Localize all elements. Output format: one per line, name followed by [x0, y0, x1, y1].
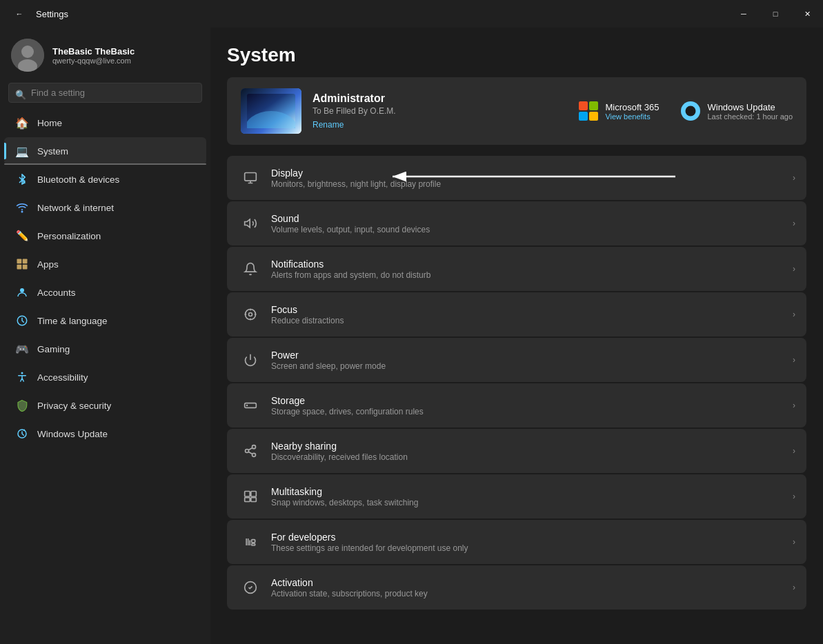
for-developers-icon	[238, 530, 263, 554]
system-image	[241, 88, 301, 134]
multitasking-text: Multitasking Snap windows, desktops, tas…	[271, 486, 787, 507]
ms365-sub[interactable]: View benefits	[605, 112, 659, 121]
user-info: TheBasic TheBasic qwerty-qqqw@live.com	[52, 46, 135, 65]
multitasking-title: Multitasking	[271, 486, 787, 497]
display-icon	[238, 165, 263, 190]
sidebar-item-accounts-label: Accounts	[37, 288, 76, 298]
settings-item-for-developers[interactable]: For developers These settings are intend…	[227, 520, 806, 564]
maximize-button[interactable]: □	[760, 0, 791, 28]
focus-text: Focus Reduce distractions	[271, 304, 787, 325]
system-name: Administrator	[313, 92, 396, 105]
svg-line-31	[248, 447, 252, 450]
svg-line-30	[248, 452, 252, 454]
user-name: TheBasic TheBasic	[52, 46, 135, 57]
sidebar-item-apps[interactable]: Apps	[4, 250, 206, 278]
titlebar: ← Settings ─ □ ✕	[0, 0, 823, 28]
settings-item-storage[interactable]: Storage Storage space, drives, configura…	[227, 383, 806, 427]
storage-title: Storage	[271, 395, 787, 406]
ms365-name: Microsoft 365	[605, 102, 659, 112]
back-button[interactable]: ←	[8, 0, 30, 28]
wu-name: Windows Update	[707, 102, 793, 112]
user-profile[interactable]: TheBasic TheBasic qwerty-qqqw@live.com	[0, 28, 210, 80]
page-title: System	[227, 44, 806, 66]
accessibility-icon	[15, 370, 29, 384]
titlebar-controls: ─ □ ✕	[728, 0, 823, 28]
sidebar-item-bluetooth[interactable]: Bluetooth & devices	[4, 165, 206, 193]
sidebar-item-privacy[interactable]: Privacy & security	[4, 392, 206, 419]
svg-point-8	[20, 288, 24, 292]
for-developers-text: For developers These settings are intend…	[271, 532, 787, 553]
svg-rect-6	[17, 265, 22, 270]
info-card-right: Microsoft 365 View benefits	[579, 101, 793, 121]
sidebar-item-personalization[interactable]: ✏️ Personalization	[4, 222, 206, 250]
settings-item-sound[interactable]: Sound Volume levels, output, input, soun…	[227, 201, 806, 245]
accounts-icon	[15, 285, 29, 299]
sidebar-item-system[interactable]: 💻 System	[4, 137, 206, 165]
rename-link[interactable]: Rename	[313, 120, 396, 130]
nearby-sharing-icon	[238, 439, 263, 463]
sound-icon	[238, 211, 263, 236]
nav-list: 🏠 Home 💻 System Bluetooth & devices	[0, 108, 210, 448]
sidebar-item-network-label: Network & internet	[37, 203, 114, 213]
svg-rect-7	[23, 265, 28, 270]
display-title: Display	[271, 168, 787, 179]
titlebar-left: ← Settings	[8, 0, 68, 28]
settings-item-display[interactable]: Display Monitors, brightness, night ligh…	[227, 156, 806, 200]
sidebar-item-system-label: System	[37, 146, 68, 157]
power-chevron: ›	[793, 355, 795, 365]
app-title: Settings	[36, 9, 68, 19]
focus-chevron: ›	[793, 310, 795, 319]
notifications-text: Notifications Alerts from apps and syste…	[271, 259, 787, 280]
search-input[interactable]	[8, 83, 202, 103]
nearby-sharing-text: Nearby sharing Discoverability, received…	[271, 441, 787, 462]
sound-title: Sound	[271, 213, 787, 224]
privacy-icon	[15, 399, 29, 412]
settings-list: Display Monitors, brightness, night ligh…	[227, 156, 806, 610]
svg-rect-5	[23, 259, 28, 264]
settings-item-nearby-sharing[interactable]: Nearby sharing Discoverability, received…	[227, 429, 806, 473]
activation-text: Activation Activation state, subscriptio…	[271, 577, 787, 598]
notifications-desc: Alerts from apps and system, do not dist…	[271, 270, 787, 280]
svg-rect-35	[251, 498, 257, 502]
sidebar-item-time-language[interactable]: Time & language	[4, 307, 206, 334]
sidebar-item-accounts[interactable]: Accounts	[4, 279, 206, 306]
display-chevron: ›	[793, 173, 795, 183]
wu-text: Windows Update Last checked: 1 hour ago	[707, 102, 793, 121]
minimize-button[interactable]: ─	[728, 0, 760, 28]
network-icon	[15, 201, 29, 214]
close-button[interactable]: ✕	[791, 0, 823, 28]
info-card: Administrator To Be Filled By O.E.M. Ren…	[227, 77, 806, 145]
settings-item-notifications[interactable]: Notifications Alerts from apps and syste…	[227, 247, 806, 291]
for-developers-title: For developers	[271, 532, 787, 543]
home-icon: 🏠	[15, 116, 29, 130]
nearby-sharing-title: Nearby sharing	[271, 441, 787, 452]
sidebar-item-bluetooth-label: Bluetooth & devices	[37, 174, 119, 185]
info-card-left: Administrator To Be Filled By O.E.M. Ren…	[241, 88, 396, 134]
svg-rect-34	[245, 498, 250, 502]
sidebar-item-network[interactable]: Network & internet	[4, 194, 206, 221]
svg-point-1	[21, 46, 34, 58]
settings-item-focus[interactable]: Focus Reduce distractions ›	[227, 292, 806, 336]
svg-point-19	[249, 313, 252, 316]
notifications-chevron: ›	[793, 264, 795, 274]
settings-item-activation[interactable]: Activation Activation state, subscriptio…	[227, 565, 806, 610]
sidebar-item-home[interactable]: 🏠 Home	[4, 109, 206, 137]
apps-icon	[15, 257, 29, 271]
sidebar-item-accessibility-label: Accessibility	[37, 372, 88, 383]
for-developers-chevron: ›	[793, 537, 795, 547]
sidebar: TheBasic TheBasic qwerty-qqqw@live.com 🔍…	[0, 28, 210, 644]
svg-rect-14	[245, 173, 257, 181]
multitasking-desc: Snap windows, desktops, task switching	[271, 498, 787, 507]
ms365-icon	[579, 101, 598, 121]
svg-point-27	[252, 445, 256, 449]
system-icon: 💻	[15, 144, 29, 158]
sidebar-item-gaming[interactable]: 🎮 Gaming	[4, 335, 206, 363]
svg-point-10	[21, 372, 23, 374]
sidebar-item-windows-update[interactable]: Windows Update	[4, 420, 206, 447]
sidebar-item-accessibility[interactable]: Accessibility	[4, 363, 206, 391]
settings-item-power[interactable]: Power Screen and sleep, power mode ›	[227, 338, 806, 382]
focus-desc: Reduce distractions	[271, 316, 787, 325]
power-title: Power	[271, 350, 787, 361]
settings-item-multitasking[interactable]: Multitasking Snap windows, desktops, tas…	[227, 474, 806, 519]
app-layout: TheBasic TheBasic qwerty-qqqw@live.com 🔍…	[0, 28, 823, 644]
